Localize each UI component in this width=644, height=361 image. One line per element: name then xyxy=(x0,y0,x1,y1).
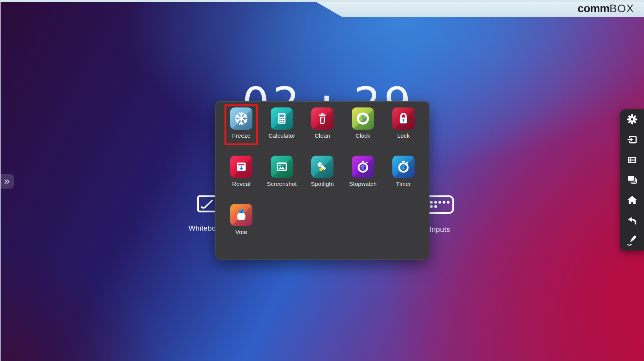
clean-trash-icon xyxy=(315,111,330,126)
top-banner: commBOX xyxy=(313,0,644,17)
spotlight-icon xyxy=(315,159,330,174)
home-button[interactable] xyxy=(623,191,641,209)
tools-grid: Freeze Calculator xyxy=(216,101,429,241)
osd-menu-button[interactable] xyxy=(623,151,641,169)
left-edge-strip xyxy=(0,0,1,361)
commbox-home-screen: commBOX 02 : 29 Whiteboard Inputs » xyxy=(0,0,644,361)
annotate-pen-icon xyxy=(626,235,638,246)
back-button[interactable] xyxy=(623,211,641,229)
app-clock[interactable]: Clock xyxy=(343,107,383,139)
app-screenshot[interactable]: Screenshot xyxy=(262,156,302,187)
app-calculator[interactable]: Calculator xyxy=(262,107,302,139)
annotate-button[interactable] xyxy=(623,232,641,249)
logo-light-text: BOX xyxy=(610,2,634,15)
home-icon xyxy=(626,194,638,206)
settings-gear-icon xyxy=(626,114,638,125)
back-icon xyxy=(626,215,638,226)
osd-menu-icon xyxy=(626,154,638,166)
clock-icon xyxy=(355,111,371,126)
screenshot-icon xyxy=(274,159,289,174)
input-source-button[interactable] xyxy=(623,131,641,148)
logo-bold-text: comm xyxy=(577,2,609,15)
app-freeze[interactable]: Freeze xyxy=(221,107,262,139)
app-vote[interactable]: Vote xyxy=(221,204,262,235)
app-spotlight[interactable]: Spotlight xyxy=(302,156,343,187)
app-label: Reveal xyxy=(232,180,250,187)
commbox-logo: commBOX xyxy=(577,3,634,14)
app-label: Screenshot xyxy=(267,180,297,187)
input-source-icon xyxy=(626,134,638,145)
app-timer[interactable]: Timer xyxy=(383,156,424,187)
app-label: Calculator xyxy=(268,132,295,139)
timer-icon xyxy=(396,159,411,174)
app-label: Clock xyxy=(356,132,371,139)
task-switcher-icon xyxy=(626,174,638,185)
toolbar-expand-tab[interactable]: » xyxy=(0,174,14,189)
reveal-shade-icon xyxy=(234,159,249,174)
tools-panel: Freeze Calculator xyxy=(215,101,429,260)
double-chevron-right-icon: » xyxy=(4,176,10,186)
inputs-label: Inputs xyxy=(429,225,450,234)
app-label: Lock xyxy=(397,132,410,139)
app-label: Clean xyxy=(315,132,330,139)
inputs-icon xyxy=(425,195,454,215)
app-label: Spotlight xyxy=(311,180,334,187)
settings-button[interactable] xyxy=(623,111,641,128)
freeze-highlight-box xyxy=(224,104,258,145)
calculator-icon xyxy=(274,111,289,126)
app-label: Stopwatch xyxy=(349,180,377,187)
app-stopwatch[interactable]: Stopwatch xyxy=(343,156,383,187)
task-switcher-button[interactable] xyxy=(623,171,641,189)
stopwatch-icon xyxy=(355,159,371,174)
app-lock[interactable]: Lock xyxy=(383,107,424,139)
side-toolbar xyxy=(620,109,644,250)
app-label: Vote xyxy=(236,229,247,235)
lock-icon xyxy=(396,111,411,126)
top-edge-strip xyxy=(0,0,644,2)
app-reveal[interactable]: Reveal xyxy=(221,156,262,187)
app-clean[interactable]: Clean xyxy=(302,107,343,139)
app-label: Timer xyxy=(396,180,411,187)
vote-ballot-icon xyxy=(234,207,249,223)
